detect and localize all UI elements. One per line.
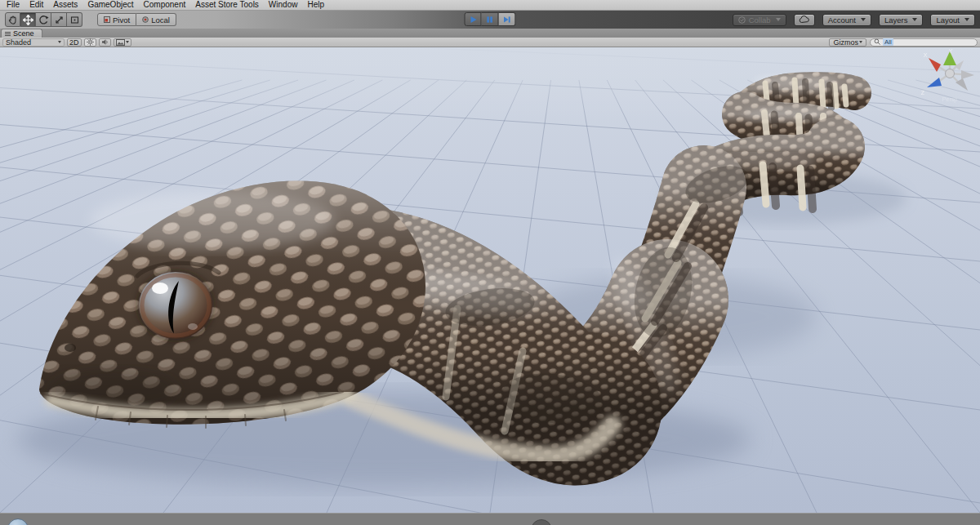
scene-view-toolbar: Shaded 2D Gizmos	[0, 38, 980, 47]
effects-toggle-button[interactable]	[114, 38, 131, 47]
image-icon	[116, 39, 125, 46]
menu-file[interactable]: File	[2, 0, 24, 10]
search-text: All	[883, 38, 893, 46]
lighting-toggle-button[interactable]	[84, 38, 96, 47]
scene-viewport[interactable]: Y X Z Persp	[0, 47, 980, 513]
scene-search-input[interactable]: All	[870, 38, 978, 47]
axis-z-label: Z	[921, 90, 925, 96]
menu-edit[interactable]: Edit	[24, 0, 48, 10]
axis-y-label: Y	[949, 48, 953, 54]
effects-dropdown-arrow	[126, 41, 129, 43]
pan-tool-button[interactable]	[5, 12, 20, 27]
persp-label: Persp	[942, 96, 957, 103]
search-icon	[874, 38, 881, 46]
scene-tab-label: Scene	[13, 29, 34, 38]
layout-dropdown-arrow	[964, 18, 969, 21]
move-icon	[23, 15, 33, 25]
layers-label: Layers	[884, 16, 908, 24]
pane-icon	[5, 32, 11, 36]
dock-icon-left	[7, 518, 29, 525]
play-icon	[469, 16, 477, 24]
rotate-tool-button[interactable]	[36, 12, 51, 27]
collab-label: Collab	[749, 16, 771, 24]
shading-mode-label: Shaded	[6, 38, 31, 47]
play-button[interactable]	[465, 12, 482, 26]
scene-tab[interactable]: Scene	[1, 29, 42, 38]
play-controls	[465, 12, 516, 26]
dock-icon-center	[531, 519, 552, 525]
shading-mode-dropdown[interactable]: Shaded	[2, 38, 65, 47]
2d-toggle-button[interactable]: 2D	[67, 38, 82, 47]
step-button[interactable]	[499, 12, 516, 26]
snake-model	[39, 75, 854, 456]
axis-x-label: X	[924, 52, 928, 58]
scale-icon	[54, 15, 65, 25]
layers-button[interactable]: Layers	[879, 14, 924, 26]
menu-help[interactable]: Help	[302, 0, 329, 10]
layout-button[interactable]: Layout	[930, 14, 975, 26]
collab-dropdown-arrow	[776, 18, 781, 21]
pivot-label: Pivot	[113, 16, 130, 24]
account-dropdown-arrow	[861, 18, 866, 21]
gizmo-center[interactable]	[946, 69, 955, 78]
shading-dropdown-arrow	[58, 41, 61, 43]
scene-toolbar-right: Gizmos All	[829, 38, 978, 47]
sun-icon	[87, 38, 94, 46]
main-toolbar: Pivot Local	[0, 11, 980, 29]
menu-bar: File Edit Assets GameObject Component As…	[0, 0, 980, 11]
scale-tool-button[interactable]	[51, 12, 67, 27]
local-globe-icon	[142, 16, 149, 23]
pivot-toggle-button[interactable]: Pivot	[97, 13, 136, 26]
rect-tool-button[interactable]	[67, 12, 82, 27]
gizmos-dropdown-arrow	[859, 41, 862, 43]
pivot-local-group: Pivot Local	[97, 13, 176, 26]
audio-toggle-button[interactable]	[99, 38, 111, 47]
step-icon	[503, 16, 511, 24]
local-label: Local	[151, 16, 170, 24]
rect-transform-icon	[69, 15, 80, 25]
move-tool-button[interactable]	[20, 12, 36, 27]
rotate-icon	[38, 15, 49, 25]
layers-dropdown-arrow	[912, 18, 917, 21]
pivot-icon	[104, 16, 110, 23]
menu-window[interactable]: Window	[264, 0, 303, 10]
snake-head	[39, 181, 425, 428]
hand-icon	[7, 15, 18, 25]
view-tab-bar: Scene	[0, 29, 980, 38]
local-toggle-button[interactable]: Local	[136, 13, 176, 26]
gizmos-dropdown-button[interactable]: Gizmos	[829, 38, 866, 47]
scene-render: Y X Z Persp	[0, 47, 980, 513]
menu-assets[interactable]: Assets	[48, 0, 82, 10]
layout-label: Layout	[936, 16, 960, 24]
toolbar-right-group: Collab Account Layers Layout	[733, 14, 975, 26]
menu-gameobject[interactable]: GameObject	[82, 0, 138, 10]
bottom-bar	[0, 513, 980, 525]
account-label: Account	[828, 16, 856, 24]
2d-label: 2D	[69, 38, 79, 47]
cloud-button[interactable]	[794, 14, 815, 26]
transform-tools	[5, 12, 82, 27]
account-button[interactable]: Account	[822, 14, 871, 26]
menu-component[interactable]: Component	[139, 0, 191, 10]
speaker-icon	[101, 38, 109, 46]
pause-button[interactable]	[482, 12, 499, 26]
gizmos-label: Gizmos	[833, 38, 858, 47]
cloud-icon	[799, 16, 810, 24]
collab-check-icon	[738, 16, 746, 24]
collab-button[interactable]: Collab	[733, 14, 786, 26]
menu-asset-store-tools[interactable]: Asset Store Tools	[190, 0, 264, 10]
pause-icon	[486, 16, 494, 24]
